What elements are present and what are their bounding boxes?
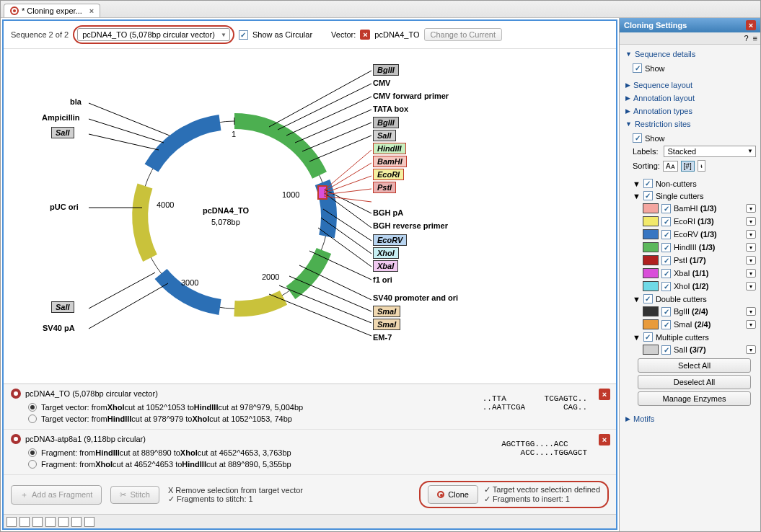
enzyme-smai-2: SmaI bbox=[373, 319, 400, 330]
enzyme-row: XbaI (1/1)▾ bbox=[633, 267, 756, 280]
sort-other-button[interactable]: ᵼ bbox=[698, 160, 705, 172]
sb-icon-1[interactable] bbox=[6, 517, 17, 527]
label-cmv: CMV bbox=[373, 79, 390, 87]
sequence-count-label: Sequence 2 of 2 bbox=[11, 30, 69, 39]
change-to-current-button[interactable]: Change to Current bbox=[424, 28, 503, 41]
enzyme-options-dropdown[interactable]: ▾ bbox=[746, 320, 756, 329]
enzyme-options-dropdown[interactable]: ▾ bbox=[746, 204, 756, 213]
tab-title: * Cloning exper... bbox=[22, 6, 82, 15]
accordion-sequence-layout[interactable]: ▶Sequence layout bbox=[621, 79, 759, 92]
enzyme-options-dropdown[interactable]: ▾ bbox=[746, 345, 756, 354]
svg-line-10 bbox=[278, 84, 371, 130]
plasmid-name: pcDNA4_TO bbox=[203, 206, 249, 215]
multiple-cutters-checkbox[interactable] bbox=[643, 332, 653, 342]
enzyme-options-dropdown[interactable]: ▾ bbox=[746, 230, 756, 239]
stitch-notes: X Remove selection from target vector ✓ … bbox=[168, 486, 303, 504]
enzyme-row: SmaI (2/4)▾ bbox=[633, 318, 756, 331]
svg-line-24 bbox=[269, 294, 371, 336]
svg-line-8 bbox=[89, 283, 168, 329]
accordion-annotation-layout[interactable]: ▶Annotation layout bbox=[621, 92, 759, 105]
plasmid-view[interactable]: pcDNA4_TO 5,078bp 1 1000 2000 3000 4000 … bbox=[4, 49, 616, 384]
show-details-checkbox[interactable] bbox=[633, 63, 642, 73]
radio-fragment-1[interactable] bbox=[28, 448, 37, 457]
enzyme-checkbox[interactable] bbox=[661, 230, 671, 239]
sort-count-button[interactable]: [#] bbox=[681, 161, 695, 172]
vector-sequence-preview: ..TTA TCGAGTC.. ..AATTCGA CAG.. bbox=[483, 394, 587, 412]
tick-1: 1 bbox=[232, 130, 236, 138]
help-icon[interactable]: ? bbox=[744, 34, 748, 43]
accordion-annotation-types[interactable]: ▶Annotation types bbox=[621, 105, 759, 118]
fragment-option-2[interactable]: Fragment: from XhoI cut at 4652^4653 to … bbox=[11, 458, 609, 470]
radio-fragment-2[interactable] bbox=[28, 460, 37, 469]
enzyme-checkbox[interactable] bbox=[661, 256, 671, 265]
single-cutters-checkbox[interactable] bbox=[643, 191, 653, 200]
vector-section-icon bbox=[11, 389, 21, 399]
accordion-motifs[interactable]: ▶Motifs bbox=[621, 412, 759, 425]
enzyme-smai-1: SmaI bbox=[373, 306, 400, 317]
sequence-dropdown[interactable]: pcDNA4_TO (5,078bp circular vector) bbox=[77, 28, 230, 41]
clone-icon bbox=[10, 6, 19, 15]
sort-alpha-button[interactable]: Aᴀ bbox=[663, 161, 678, 172]
add-fragment-button[interactable]: ＋Add as Fragment bbox=[11, 485, 102, 505]
accordion-sequence-details[interactable]: ▼Sequence details bbox=[621, 48, 759, 61]
enzyme-name: SmaI (2/4) bbox=[674, 320, 711, 329]
enzyme-options-dropdown[interactable]: ▾ bbox=[746, 282, 756, 291]
sb-icon-3[interactable] bbox=[32, 517, 43, 527]
enzyme-checkbox[interactable] bbox=[661, 204, 671, 213]
svg-line-5 bbox=[89, 134, 159, 150]
enzyme-swatch bbox=[643, 216, 659, 226]
triangle-down-icon: ▼ bbox=[633, 192, 641, 200]
enzyme-options-dropdown[interactable]: ▾ bbox=[746, 307, 756, 316]
stitch-button[interactable]: ✂Stitch bbox=[110, 486, 159, 504]
enzyme-checkbox[interactable] bbox=[661, 345, 671, 355]
enzyme-options-dropdown[interactable]: ▾ bbox=[746, 269, 756, 278]
enzyme-swatch bbox=[643, 255, 659, 265]
enzyme-checkbox[interactable] bbox=[661, 307, 671, 316]
status-bar bbox=[4, 514, 616, 528]
enzyme-options-dropdown[interactable]: ▾ bbox=[746, 217, 756, 226]
enzyme-options-dropdown[interactable]: ▾ bbox=[746, 256, 756, 265]
vector-option-2[interactable]: Target vector: from HindIII cut at 978^9… bbox=[11, 413, 609, 425]
tab-cloning[interactable]: * Cloning exper... × bbox=[4, 4, 100, 17]
fragment-section-title: pcDNA3-atp8a1 (9,118bp circular) bbox=[25, 435, 146, 443]
sb-icon-6[interactable] bbox=[71, 517, 82, 527]
deselect-all-button[interactable]: Deselect All bbox=[638, 375, 751, 389]
enzyme-checkbox[interactable] bbox=[661, 282, 671, 291]
settings-menu-icon[interactable]: ≡ bbox=[753, 34, 757, 43]
sequence-toolbar: Sequence 2 of 2 pcDNA4_TO (5,078bp circu… bbox=[4, 21, 616, 49]
select-all-button[interactable]: Select All bbox=[638, 358, 751, 373]
labels-dropdown[interactable]: Stacked bbox=[664, 146, 756, 157]
sb-icon-7[interactable] bbox=[84, 517, 94, 527]
double-cutters-checkbox[interactable] bbox=[643, 294, 653, 303]
vector-remove-icon[interactable]: × bbox=[360, 30, 370, 40]
fragment-section: pcDNA3-atp8a1 (9,118bp circular) Fragmen… bbox=[4, 430, 616, 475]
label-f1ori: f1 ori bbox=[373, 275, 392, 284]
manage-enzymes-button[interactable]: Manage Enzymes bbox=[638, 391, 751, 406]
clone-button[interactable]: Clone bbox=[428, 485, 478, 504]
enzyme-checkbox[interactable] bbox=[661, 269, 671, 278]
enzyme-options-dropdown[interactable]: ▾ bbox=[746, 243, 756, 252]
show-restriction-checkbox[interactable] bbox=[633, 133, 642, 143]
fragment-section-close[interactable]: × bbox=[599, 434, 610, 445]
enzyme-checkbox[interactable] bbox=[661, 217, 671, 226]
sb-icon-5[interactable] bbox=[58, 517, 69, 527]
tick-4000: 4000 bbox=[157, 200, 174, 209]
enzyme-swatch bbox=[643, 229, 659, 239]
label-puc-ori: pUC ori bbox=[50, 203, 79, 211]
sb-icon-2[interactable] bbox=[19, 517, 30, 527]
stitch-icon: ✂ bbox=[120, 490, 126, 500]
accordion-restriction-sites[interactable]: ▼Restriction sites bbox=[621, 118, 759, 130]
radio-vector-1[interactable] bbox=[28, 403, 37, 412]
noncutters-checkbox[interactable] bbox=[643, 179, 653, 188]
enzyme-checkbox[interactable] bbox=[661, 243, 671, 252]
show-circular-checkbox[interactable] bbox=[239, 30, 248, 40]
enzyme-checkbox[interactable] bbox=[661, 320, 671, 329]
tab-close-icon[interactable]: × bbox=[89, 6, 94, 15]
enzyme-name: EcoRV (1/3) bbox=[674, 230, 717, 239]
enzyme-swatch bbox=[643, 345, 659, 355]
side-panel-close-icon[interactable]: × bbox=[746, 20, 756, 30]
radio-vector-2[interactable] bbox=[28, 414, 37, 423]
enzyme-swatch bbox=[643, 319, 659, 329]
vector-section-close[interactable]: × bbox=[599, 389, 610, 400]
sb-icon-4[interactable] bbox=[45, 517, 56, 527]
